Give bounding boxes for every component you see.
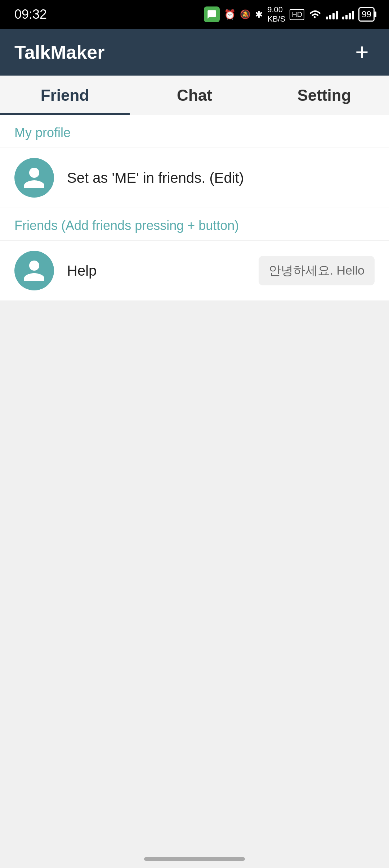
status-bar: 09:32 ⏰ 🔕 ✱ 9.00KB/S HD: [0, 0, 389, 29]
friend-last-message-help: 안녕하세요. Hello: [259, 256, 375, 285]
friend-item-help[interactable]: Help 안녕하세요. Hello: [0, 241, 389, 301]
my-profile-item[interactable]: Set as 'ME' in friends. (Edit): [0, 148, 389, 208]
my-profile-name: Set as 'ME' in friends. (Edit): [67, 170, 375, 186]
5g-signal-icon: [342, 9, 354, 19]
hd-icon: HD: [290, 9, 304, 20]
main-content: My profile Set as 'ME' in friends. (Edit…: [0, 115, 389, 301]
battery-level: 99: [362, 9, 371, 19]
friends-section-title: Friends (Add friends pressing + button): [14, 218, 239, 233]
friend-name-help: Help: [67, 263, 259, 279]
tab-setting[interactable]: Setting: [259, 76, 389, 115]
app-title: TalkMaker: [14, 41, 105, 63]
my-profile-avatar: [14, 158, 54, 198]
friend-avatar-help: [14, 251, 54, 290]
friend-message-text: 안녕하세요. Hello: [269, 263, 365, 277]
my-profile-section-title: My profile: [14, 125, 71, 140]
friends-section-header: Friends (Add friends pressing + button): [0, 208, 389, 241]
mute-icon: 🔕: [240, 9, 251, 19]
status-icons: ⏰ 🔕 ✱ 9.00KB/S HD 99: [204, 5, 375, 24]
bluetooth-icon: ✱: [255, 9, 263, 20]
tab-friend[interactable]: Friend: [0, 76, 130, 115]
bottom-nav-indicator: [144, 857, 245, 861]
status-time: 09:32: [14, 7, 47, 22]
tab-chat[interactable]: Chat: [130, 76, 259, 115]
tab-setting-label: Setting: [297, 86, 351, 104]
app-header: TalkMaker +: [0, 29, 389, 76]
tab-navigation: Friend Chat Setting: [0, 76, 389, 115]
alarm-icon: ⏰: [224, 9, 236, 20]
tab-friend-label: Friend: [41, 86, 89, 104]
4g-signal-icon: [326, 9, 338, 19]
wifi-icon: [309, 9, 322, 19]
tab-chat-label: Chat: [177, 86, 212, 104]
add-button[interactable]: +: [349, 40, 375, 65]
my-profile-section-header: My profile: [0, 115, 389, 148]
battery-icon: 99: [358, 7, 375, 22]
speed-icon: 9.00KB/S: [267, 5, 285, 24]
notification-icon: [204, 6, 220, 22]
plus-icon: +: [355, 41, 368, 64]
